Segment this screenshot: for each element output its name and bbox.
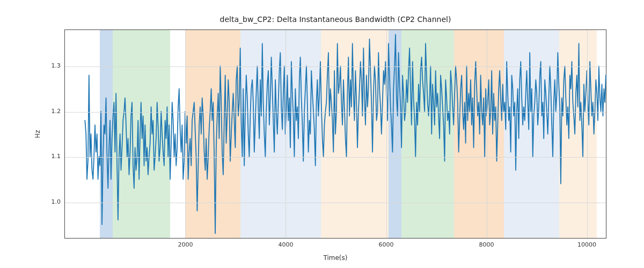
grid-line-vertical	[185, 30, 186, 238]
grid-line-horizontal	[65, 112, 606, 113]
x-axis-label: Time(s)	[64, 254, 606, 262]
grid-line-horizontal	[65, 66, 606, 67]
y-tick-label: 1.0	[52, 198, 65, 205]
line-path	[85, 34, 606, 233]
grid-line-vertical	[587, 30, 588, 238]
x-tick-label: 10000	[577, 238, 596, 248]
grid-line-vertical	[386, 30, 387, 238]
grid-line-vertical	[286, 30, 286, 238]
grid-line-horizontal	[65, 203, 606, 203]
axes: 2000400060008000100001.01.11.21.3	[64, 29, 606, 239]
x-tick-label: 8000	[479, 238, 494, 248]
y-tick-label: 1.2	[52, 107, 65, 114]
plot-area	[65, 30, 606, 238]
x-tick-label: 6000	[379, 238, 394, 248]
y-tick-label: 1.3	[52, 62, 65, 69]
x-tick-label: 4000	[278, 238, 293, 248]
figure: delta_bw_CP2: Delta Instantaneous Bandwi…	[0, 0, 644, 268]
x-tick-label: 2000	[178, 238, 193, 248]
grid-line-vertical	[487, 30, 487, 238]
y-tick-label: 1.1	[52, 153, 65, 160]
grid-line-horizontal	[65, 157, 606, 158]
y-axis-label: Hz	[33, 29, 42, 239]
line-series	[65, 30, 606, 238]
chart-title: delta_bw_CP2: Delta Instantaneous Bandwi…	[64, 15, 606, 24]
